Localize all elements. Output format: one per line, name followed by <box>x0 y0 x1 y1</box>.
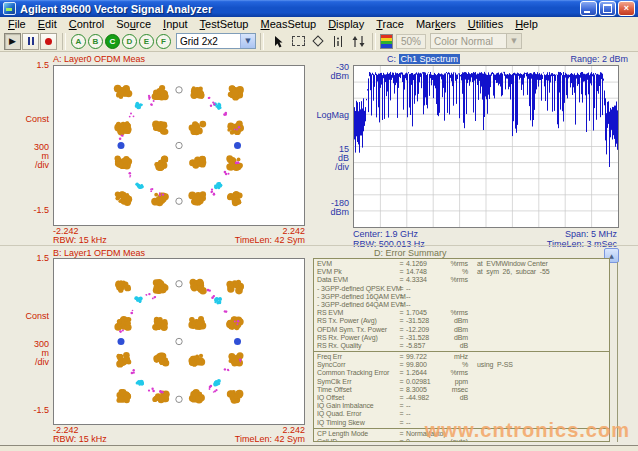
trace-b-title[interactable]: B: Layer1 OFDM Meas <box>53 248 145 258</box>
equals-sign: = <box>397 369 406 377</box>
trace-a-timelen-label: TimeLen: 42 Sym <box>235 235 305 245</box>
trace-button-c[interactable]: C <box>105 34 120 49</box>
trace-button-e[interactable]: E <box>139 34 154 49</box>
equals-sign: = <box>397 342 406 350</box>
row-unit <box>442 285 468 293</box>
grid-layout-select[interactable]: Grid 2x2 ▼ <box>176 33 256 49</box>
row-note <box>468 394 477 402</box>
row-unit: mHz <box>442 353 468 361</box>
band-markers-tool-button[interactable] <box>329 33 347 50</box>
row-unit: msec <box>442 386 468 394</box>
play-button[interactable]: ▶ <box>4 33 21 50</box>
row-label: RS EVM <box>314 309 397 317</box>
menu-item-meassetup[interactable]: MeasSetup <box>254 18 322 30</box>
offset-markers-tool-button[interactable] <box>349 33 367 50</box>
row-value: -- <box>406 402 442 410</box>
equals-sign: = <box>397 438 406 442</box>
trace-c-ymax-label: -30 dBm <box>312 63 349 81</box>
menu-item-display[interactable]: Display <box>322 18 370 30</box>
row-note <box>468 410 477 418</box>
trace-c-center-label: Center: 1.9 GHz <box>353 229 425 239</box>
record-icon <box>45 38 52 45</box>
menu-item-control[interactable]: Control <box>63 18 110 30</box>
play-icon: ▶ <box>9 36 16 46</box>
row-unit: dB <box>442 342 468 350</box>
record-button[interactable] <box>40 33 57 50</box>
row-label: SymClk Err <box>314 378 397 386</box>
color-mode-select[interactable]: Color Normal ▼ <box>430 33 522 49</box>
zoom-level-field[interactable]: 50% <box>396 34 426 49</box>
trace-d-title[interactable]: D: Error Summary <box>374 248 447 258</box>
menu-item-help[interactable]: Help <box>509 18 544 30</box>
row-note <box>468 369 477 377</box>
trace-select-buttons: ABCDEF <box>70 34 172 49</box>
quadrant-d: D: Error Summary ▲ EVM=4.1269%rmsat EVMW… <box>312 246 634 444</box>
menu-item-testsetup[interactable]: TestSetup <box>194 18 255 30</box>
row-label: IQ Offset <box>314 394 397 402</box>
maximize-icon <box>603 4 612 13</box>
minimize-button[interactable] <box>580 1 597 16</box>
marker-tool-button[interactable] <box>309 33 327 50</box>
layer1-constellation-plot[interactable] <box>53 258 305 425</box>
row-value: -44.982 <box>406 394 442 402</box>
row-note <box>468 293 477 301</box>
color-scale-icon <box>380 34 393 49</box>
pointer-tool-button[interactable] <box>269 33 287 50</box>
equals-sign: = <box>397 260 406 268</box>
row-note <box>468 342 477 350</box>
app-window: Agilent 89600 Vector Signal Analyzer × F… <box>0 0 638 451</box>
menu-item-edit[interactable]: Edit <box>32 18 63 30</box>
menu-item-source[interactable]: Source <box>110 18 157 30</box>
trace-b-yaxis-label: Const <box>2 312 49 321</box>
row-note <box>468 317 477 325</box>
row-note <box>468 402 477 410</box>
menu-item-trace[interactable]: Trace <box>370 18 410 30</box>
trace-button-d[interactable]: D <box>122 34 137 49</box>
row-label: Common Tracking Error <box>314 369 397 377</box>
title-bar[interactable]: Agilent 89600 Vector Signal Analyzer × <box>0 0 638 17</box>
window-bottom-frame <box>0 445 638 451</box>
error-summary-group: EVM=4.1269%rmsat EVMWindow CenterEVM Pk=… <box>314 259 609 352</box>
app-icon <box>3 2 16 15</box>
row-label: Cell ID <box>314 438 397 442</box>
row-unit: dBm <box>442 334 468 342</box>
error-summary-row: Time Offset=8.3005msec <box>314 386 609 394</box>
trace-c-ymin-label: -180 dBm <box>312 199 349 217</box>
error-summary-row: OFDM Sym. Tx. Power=-12.209dBm <box>314 326 609 334</box>
menu-item-markers[interactable]: Markers <box>410 18 462 30</box>
layer0-constellation-plot[interactable] <box>53 65 305 226</box>
trace-c-title[interactable]: C: Ch1 Spectrum <box>387 54 460 64</box>
ch1-spectrum-plot[interactable] <box>353 65 619 228</box>
pause-icon <box>28 37 34 45</box>
error-summary-row: IQ Quad. Error=-- <box>314 410 609 418</box>
row-value: -- <box>406 410 442 418</box>
row-unit <box>442 301 468 309</box>
row-label: IQ Quad. Error <box>314 410 397 418</box>
selection-box-tool-button[interactable] <box>289 33 307 50</box>
close-button[interactable]: × <box>618 1 635 16</box>
trace-button-f[interactable]: F <box>156 34 171 49</box>
row-label: RS Rx. Quality <box>314 342 397 350</box>
row-value: -12.209 <box>406 326 442 334</box>
trace-button-a[interactable]: A <box>71 34 86 49</box>
error-summary-row: RS Tx. Power (Avg)=-31.528dBm <box>314 317 609 325</box>
row-unit: % <box>442 361 468 369</box>
menu-item-input[interactable]: Input <box>157 18 193 30</box>
equals-sign: = <box>397 317 406 325</box>
pause-button[interactable] <box>22 33 39 50</box>
toolbar: ▶ ABCDEF Grid 2x2 ▼ <box>0 31 638 52</box>
maximize-button[interactable] <box>599 1 616 16</box>
toolbar-separator <box>372 33 376 50</box>
trace-b-ymin-label: -1.5 <box>2 406 49 415</box>
error-summary-row: Common Tracking Error=1.2644%rms <box>314 369 609 377</box>
menu-item-file[interactable]: File <box>2 18 32 30</box>
trace-button-b[interactable]: B <box>88 34 103 49</box>
row-label: CP Length Mode <box>314 430 397 438</box>
menu-item-utilities[interactable]: Utilities <box>462 18 509 30</box>
equals-sign: = <box>397 361 406 369</box>
diamond-marker-icon <box>312 35 323 46</box>
trace-a-title[interactable]: A: Layer0 OFDM Meas <box>53 54 145 64</box>
row-label: RS Tx. Power (Avg) <box>314 317 397 325</box>
row-note <box>468 326 477 334</box>
scrollbar-track[interactable] <box>617 262 618 442</box>
